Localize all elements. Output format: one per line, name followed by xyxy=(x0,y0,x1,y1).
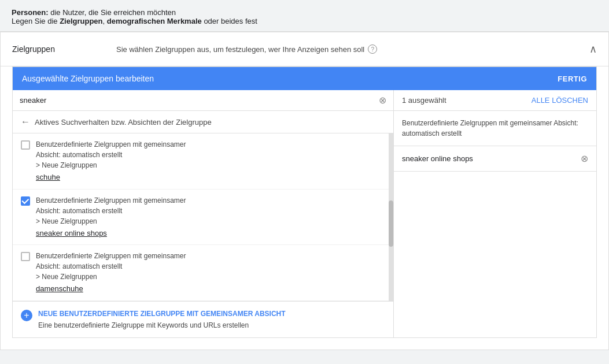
item1-arrow: > Neue Zielgruppen xyxy=(36,161,97,169)
personen-desc3: oder beides fest xyxy=(202,17,257,25)
list-area: Benutzerdefinierte Zielgruppen mit gemei… xyxy=(13,133,393,301)
remove-selected-button[interactable]: ⊗ xyxy=(581,153,588,164)
right-desc-line1: Benutzerdefinierte Zielgruppen mit gemei… xyxy=(402,119,578,127)
zielgruppen-description: Sie wählen Zielgruppen aus, um festzuleg… xyxy=(116,45,364,54)
alle-loeschen-button[interactable]: ALLE LÖSCHEN xyxy=(532,96,588,105)
personen-bold1: Zielgruppen xyxy=(60,17,102,25)
clear-search-button[interactable]: ⊗ xyxy=(379,95,386,106)
item2-text: Benutzerdefinierte Zielgruppen mit gemei… xyxy=(36,195,186,239)
checkbox-item2[interactable] xyxy=(21,196,30,206)
personen-label: Personen: xyxy=(12,8,49,17)
right-panel-header: 1 ausgewählt ALLE LÖSCHEN xyxy=(394,90,596,111)
list-item[interactable]: Benutzerdefinierte Zielgruppen mit gemei… xyxy=(13,190,389,246)
checkbox-item1[interactable] xyxy=(21,140,30,150)
selected-item: sneaker online shops ⊗ xyxy=(394,146,596,172)
item3-arrow: > Neue Zielgruppen xyxy=(36,273,97,281)
scrollbar[interactable] xyxy=(389,133,393,301)
item3-label: damenschuhe xyxy=(36,283,186,295)
checkbox-item3[interactable] xyxy=(21,252,30,261)
new-group-row[interactable]: + NEUE BENUTZERDEFINIERTE ZIELGRUPPE MIT… xyxy=(13,301,393,337)
item3-line2: Absicht: automatisch erstellt xyxy=(36,262,122,270)
item2-line2: Absicht: automatisch erstellt xyxy=(36,207,122,215)
back-arrow-icon[interactable]: ← xyxy=(21,117,30,127)
collapse-icon[interactable]: ∧ xyxy=(589,43,597,55)
search-input[interactable] xyxy=(20,96,375,105)
item2-label: sneaker online shops xyxy=(36,228,186,239)
item1-label: schuhe xyxy=(36,172,186,183)
editor-wrapper: Ausgewählte Zielgruppen bearbeiten FERTI… xyxy=(1,66,608,350)
list-item[interactable]: Benutzerdefinierte Zielgruppen mit gemei… xyxy=(13,133,389,190)
back-row: ← Aktives Suchverhalten bzw. Absichten d… xyxy=(13,111,393,133)
left-panel: ⊗ ← Aktives Suchverhalten bzw. Absichten… xyxy=(13,90,394,337)
scrollbar-thumb[interactable] xyxy=(389,200,393,247)
personen-comma: , xyxy=(103,17,107,25)
help-icon[interactable]: ? xyxy=(368,44,377,54)
new-group-desc: Eine benutzerdefinierte Zielgruppe mit K… xyxy=(38,321,249,329)
zielgruppen-desc: Sie wählen Zielgruppen aus, um festzuleg… xyxy=(116,44,589,54)
zielgruppen-title: Zielgruppen xyxy=(12,44,82,54)
list-item[interactable]: Benutzerdefinierte Zielgruppen mit gemei… xyxy=(13,245,389,301)
right-panel: 1 ausgewählt ALLE LÖSCHEN Benutzerdefini… xyxy=(394,90,596,337)
item1-text: Benutzerdefinierte Zielgruppen mit gemei… xyxy=(36,139,186,183)
personen-line2: Legen Sie die Zielgruppen, demografische… xyxy=(12,17,597,25)
selected-item-label: sneaker online shops xyxy=(402,154,473,163)
editor-title: Ausgewählte Zielgruppen bearbeiten xyxy=(22,74,154,83)
personen-bold2: demografischen Merkmale xyxy=(107,17,202,25)
list-items: Benutzerdefinierte Zielgruppen mit gemei… xyxy=(13,133,389,301)
item1-line2: Absicht: automatisch erstellt xyxy=(36,151,122,159)
plus-icon: + xyxy=(21,310,32,321)
top-bar: Personen: die Nutzer, die Sie erreichen … xyxy=(0,0,609,32)
editor-header: Ausgewählte Zielgruppen bearbeiten FERTI… xyxy=(13,67,596,90)
right-desc-line2: automatisch erstellt xyxy=(402,129,462,138)
item3-line1: Benutzerdefinierte Zielgruppen mit gemei… xyxy=(36,252,186,260)
personen-desc1: die Nutzer, die Sie erreichen möchten xyxy=(50,8,176,17)
main-panel: Zielgruppen Sie wählen Zielgruppen aus, … xyxy=(0,32,609,350)
item2-arrow: > Neue Zielgruppen xyxy=(36,217,97,225)
back-label: Aktives Suchverhalten bzw. Absichten der… xyxy=(35,118,212,127)
new-group-title: NEUE BENUTZERDEFINIERTE ZIELGRUPPE MIT G… xyxy=(38,309,286,319)
fertig-button[interactable]: FERTIG xyxy=(558,75,587,83)
personen-line1: Personen: die Nutzer, die Sie erreichen … xyxy=(12,8,597,17)
selected-count: 1 ausgewählt xyxy=(402,96,446,105)
personen-desc2: Legen Sie die xyxy=(12,17,60,25)
item1-line1: Benutzerdefinierte Zielgruppen mit gemei… xyxy=(36,140,186,148)
editor-box: Ausgewählte Zielgruppen bearbeiten FERTI… xyxy=(12,66,597,338)
two-col-layout: ⊗ ← Aktives Suchverhalten bzw. Absichten… xyxy=(13,90,596,337)
zielgruppen-header: Zielgruppen Sie wählen Zielgruppen aus, … xyxy=(1,32,608,66)
search-bar: ⊗ xyxy=(13,90,393,111)
item3-text: Benutzerdefinierte Zielgruppen mit gemei… xyxy=(36,251,186,295)
item2-line1: Benutzerdefinierte Zielgruppen mit gemei… xyxy=(36,196,186,205)
new-group-text: NEUE BENUTZERDEFINIERTE ZIELGRUPPE MIT G… xyxy=(38,309,286,330)
right-desc: Benutzerdefinierte Zielgruppen mit gemei… xyxy=(394,111,596,146)
